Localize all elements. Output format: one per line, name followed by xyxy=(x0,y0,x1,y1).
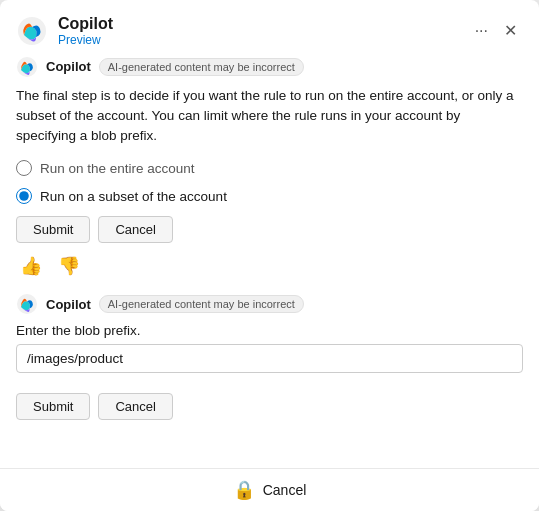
cancel-button-2[interactable]: Cancel xyxy=(98,393,172,420)
radio-entire-account-input[interactable] xyxy=(16,160,32,176)
ai-badge-2: AI-generated content may be incorrect xyxy=(99,295,304,313)
ai-badge-1: AI-generated content may be incorrect xyxy=(99,58,304,76)
radio-entire-account[interactable]: Run on the entire account xyxy=(16,158,523,178)
dialog-title: Copilot xyxy=(58,14,459,33)
btn-row-1: Submit Cancel xyxy=(16,216,523,243)
copilot-logo-title xyxy=(16,15,48,47)
dialog-subtitle: Preview xyxy=(58,33,459,47)
bottom-cancel-label[interactable]: Cancel xyxy=(263,482,307,498)
input-label: Enter the blob prefix. xyxy=(16,323,523,338)
feedback-row: 👍 👎 xyxy=(16,253,523,279)
more-options-button[interactable]: ··· xyxy=(469,18,494,44)
btn-row-2: Submit Cancel xyxy=(16,393,523,420)
bottom-bar: 🔒 Cancel xyxy=(0,468,539,511)
message-sender-2: Copilot xyxy=(46,297,91,312)
content-area: Copilot AI-generated content may be inco… xyxy=(0,56,539,468)
message-sender-1: Copilot xyxy=(46,59,91,74)
message-block-2: Copilot AI-generated content may be inco… xyxy=(16,293,523,420)
message-header-1: Copilot AI-generated content may be inco… xyxy=(16,56,523,78)
message-header-2: Copilot AI-generated content may be inco… xyxy=(16,293,523,315)
radio-entire-account-label[interactable]: Run on the entire account xyxy=(40,161,195,176)
copilot-dialog: Copilot Preview ··· ✕ Copilot AI-generat… xyxy=(0,0,539,511)
message-block-1: Copilot AI-generated content may be inco… xyxy=(16,56,523,280)
radio-subset-account[interactable]: Run on a subset of the account xyxy=(16,186,523,206)
copilot-logo-msg2 xyxy=(16,293,38,315)
cancel-icon: 🔒 xyxy=(233,479,255,501)
thumbs-down-button[interactable]: 👎 xyxy=(54,253,84,279)
radio-subset-account-label[interactable]: Run on a subset of the account xyxy=(40,189,227,204)
title-bar: Copilot Preview ··· ✕ xyxy=(0,0,539,56)
blob-prefix-input[interactable] xyxy=(16,344,523,373)
thumbs-up-button[interactable]: 👍 xyxy=(16,253,46,279)
cancel-button-1[interactable]: Cancel xyxy=(98,216,172,243)
radio-subset-account-input[interactable] xyxy=(16,188,32,204)
copilot-logo-msg1 xyxy=(16,56,38,78)
title-text-group: Copilot Preview xyxy=(58,14,459,48)
submit-button-1[interactable]: Submit xyxy=(16,216,90,243)
message-body-1: The final step is to decide if you want … xyxy=(16,86,523,147)
close-button[interactable]: ✕ xyxy=(498,17,523,44)
title-actions: ··· ✕ xyxy=(469,17,523,44)
submit-button-2[interactable]: Submit xyxy=(16,393,90,420)
